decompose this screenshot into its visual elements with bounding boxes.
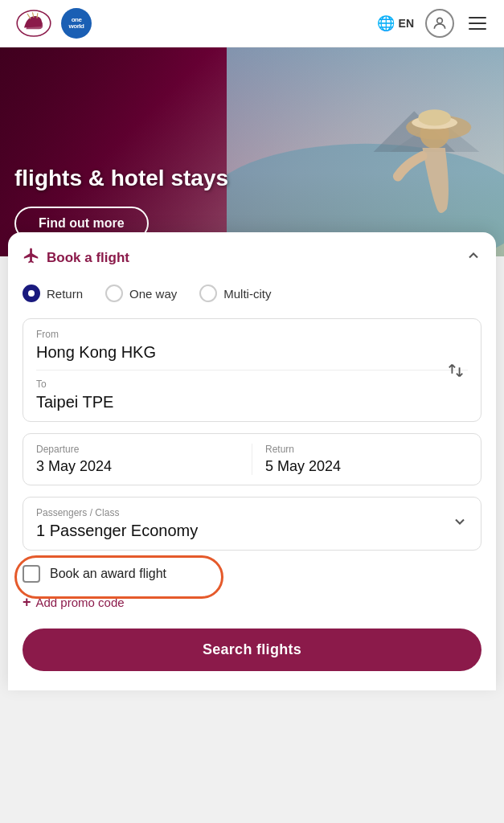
from-value: Hong Kong HKG xyxy=(36,343,468,362)
passengers-value: 1 Passenger Economy xyxy=(36,522,198,540)
multicity-label: Multi-city xyxy=(223,287,271,301)
svg-line-4 xyxy=(37,13,38,18)
departure-label: Departure xyxy=(36,444,239,455)
language-label: EN xyxy=(399,17,414,30)
svg-point-5 xyxy=(437,18,443,23)
booking-section-title: Book a flight xyxy=(47,250,129,266)
qatar-airways-logo xyxy=(14,8,53,39)
hero-title: flights & hotel stays xyxy=(14,165,228,192)
return-label: Return xyxy=(47,287,83,301)
origin-destination-field[interactable]: From Hong Kong HKG To Taipei TPE xyxy=(23,318,481,422)
return-radio[interactable] xyxy=(23,285,40,302)
language-selector[interactable]: 🌐 EN xyxy=(377,14,414,32)
user-icon xyxy=(432,15,448,31)
chevron-up-icon xyxy=(465,248,481,264)
logo-group: oneworld xyxy=(14,8,92,39)
departure-date-field[interactable]: Departure 3 May 2024 xyxy=(36,444,252,475)
booking-card: Book a flight Return One way Multi-city … xyxy=(8,232,496,690)
award-flight-row: Book an award flight xyxy=(23,565,481,583)
hero-scene-svg xyxy=(227,47,504,256)
booking-header: Book a flight xyxy=(23,247,481,268)
collapse-booking-button[interactable] xyxy=(465,248,481,268)
globe-icon: 🌐 xyxy=(377,14,395,32)
multicity-option[interactable]: Multi-city xyxy=(199,285,271,302)
to-label: To xyxy=(36,379,468,390)
booking-title-group: Book a flight xyxy=(23,247,129,268)
passengers-class-field[interactable]: Passengers / Class 1 Passenger Economy xyxy=(23,497,481,551)
return-label: Return xyxy=(265,444,468,455)
passengers-expand-button[interactable] xyxy=(452,514,468,534)
hamburger-menu-button[interactable] xyxy=(465,14,490,33)
swap-airports-button[interactable] xyxy=(442,357,469,384)
to-value: Taipei TPE xyxy=(36,393,468,412)
header-actions: 🌐 EN xyxy=(377,9,490,38)
field-divider xyxy=(36,370,468,371)
oneway-option[interactable]: One way xyxy=(105,285,177,302)
promo-label: Add promo code xyxy=(36,596,125,609)
award-flight-label: Book an award flight xyxy=(50,567,166,581)
promo-code-row[interactable]: + Add promo code xyxy=(23,594,481,611)
oneway-radio[interactable] xyxy=(105,285,123,302)
passengers-info: Passengers / Class 1 Passenger Economy xyxy=(36,507,198,540)
award-flight-checkbox[interactable] xyxy=(23,565,40,583)
search-flights-button[interactable]: Search flights xyxy=(23,629,481,671)
hero-banner: flights & hotel stays Find out more xyxy=(0,47,504,256)
return-option[interactable]: Return xyxy=(23,285,83,302)
chevron-down-icon xyxy=(452,514,468,530)
return-value: 5 May 2024 xyxy=(265,458,468,475)
promo-plus-icon: + xyxy=(23,594,31,611)
oneway-label: One way xyxy=(129,287,177,301)
trip-type-selector: Return One way Multi-city xyxy=(23,285,481,302)
oneworld-logo: oneworld xyxy=(61,8,92,39)
return-date-field[interactable]: Return 5 May 2024 xyxy=(252,444,468,475)
from-label: From xyxy=(36,329,468,340)
departure-value: 3 May 2024 xyxy=(36,458,239,475)
passengers-label: Passengers / Class xyxy=(36,507,198,518)
svg-point-11 xyxy=(419,109,452,125)
hero-image xyxy=(227,47,504,256)
header: oneworld 🌐 EN xyxy=(0,0,504,47)
dates-field[interactable]: Departure 3 May 2024 Return 5 May 2024 xyxy=(23,433,481,485)
swap-icon xyxy=(447,362,465,379)
multicity-radio[interactable] xyxy=(199,285,217,302)
user-account-button[interactable] xyxy=(425,9,454,38)
airplane-icon xyxy=(23,247,40,264)
plane-icon xyxy=(23,247,40,268)
